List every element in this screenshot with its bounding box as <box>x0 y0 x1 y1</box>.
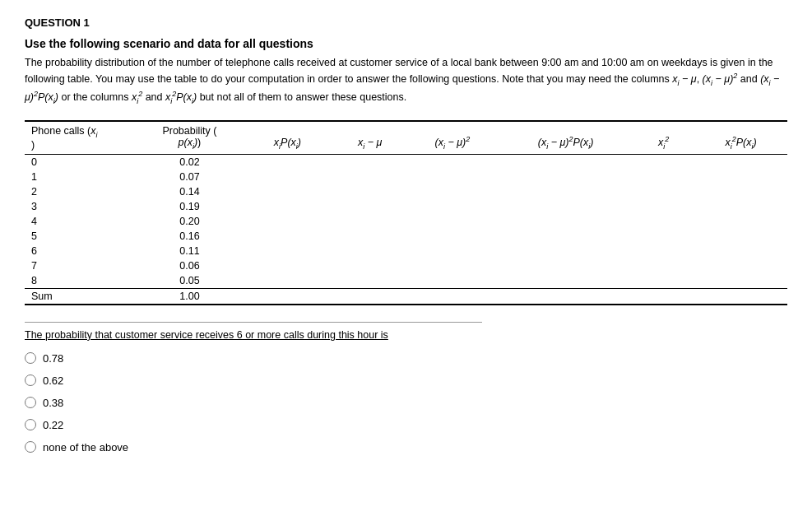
cell-xmu <box>334 229 406 244</box>
option-radio-0.78[interactable] <box>25 352 36 364</box>
sum-xpx <box>241 288 334 305</box>
option-row: 0.22 <box>25 419 787 431</box>
cell-xmu2 <box>406 273 499 289</box>
cell-x: 4 <box>25 214 138 229</box>
cell-xmu <box>334 258 406 273</box>
cell-xmu2 <box>406 154 499 170</box>
sum-xmu2 <box>406 288 499 305</box>
cell-xmu2px <box>499 229 633 244</box>
cell-x2px <box>694 184 787 199</box>
cell-xmu <box>334 273 406 289</box>
sum-value: 1.00 <box>138 288 241 305</box>
option-radio-0.62[interactable] <box>25 374 36 386</box>
formula-xi-mu-sq: (xi − μ)2 <box>703 73 738 85</box>
cell-x2 <box>633 273 694 289</box>
cell-prob: 0.20 <box>138 214 241 229</box>
option-radio-none[interactable] <box>25 441 36 453</box>
and2-text: and <box>146 91 165 103</box>
cell-xmu <box>334 199 406 214</box>
cell-x2 <box>633 244 694 258</box>
cell-x: 5 <box>25 229 138 244</box>
col-header-xi-mu-sq-px: (xi − μ)2P(xi) <box>499 121 633 154</box>
scenario-body-text: The probability distribution of the numb… <box>25 57 773 85</box>
cell-x: 2 <box>25 184 138 199</box>
option-radio-0.38[interactable] <box>25 397 36 408</box>
cell-xpx <box>241 184 334 199</box>
cell-prob: 0.16 <box>138 229 241 244</box>
cell-xmu2px <box>499 273 633 289</box>
cell-x2px <box>694 199 787 214</box>
cell-x: 1 <box>25 170 138 184</box>
option-label-0.62: 0.62 <box>43 374 63 387</box>
cell-xmu <box>334 170 406 184</box>
sum-x2px <box>694 288 787 305</box>
cell-prob: 0.05 <box>138 273 241 289</box>
cell-x2px <box>694 258 787 273</box>
cell-xpx <box>241 229 334 244</box>
cell-x2 <box>633 199 694 214</box>
option-row: 0.62 <box>25 374 787 387</box>
table-row: 1 0.07 <box>25 170 787 184</box>
cell-x2px <box>694 170 787 184</box>
cell-prob: 0.11 <box>138 244 241 258</box>
col-header-xi-sq: xi2 <box>633 121 694 154</box>
question-probability-text: The probability that customer service re… <box>25 329 787 341</box>
scenario-text: The probability distribution of the numb… <box>25 55 787 107</box>
cell-x2 <box>633 258 694 273</box>
col-header-xi-mu-sq: (xi − μ)2 <box>406 121 499 154</box>
cell-xmu <box>334 184 406 199</box>
cell-prob: 0.06 <box>138 258 241 273</box>
cell-prob: 0.14 <box>138 184 241 199</box>
option-row: none of the above <box>25 441 787 454</box>
formula-xi-sq: xi2 <box>132 91 142 103</box>
sum-xmu2px <box>499 288 633 305</box>
cell-xmu2px <box>499 214 633 229</box>
scenario-title: Use the following scenario and data for … <box>25 37 787 50</box>
cell-x2px <box>694 154 787 170</box>
cell-xmu2 <box>406 214 499 229</box>
table-row: 8 0.05 <box>25 273 787 289</box>
col-header-probability: Probability (p(xi)) <box>138 121 241 154</box>
cell-xmu2px <box>499 184 633 199</box>
cell-x2 <box>633 229 694 244</box>
cell-xpx <box>241 170 334 184</box>
cell-x2 <box>633 184 694 199</box>
cell-prob: 0.07 <box>138 170 241 184</box>
question-label: QUESTION 1 <box>25 16 787 29</box>
cell-xmu2px <box>499 170 633 184</box>
option-radio-0.22[interactable] <box>25 419 36 430</box>
cell-x2px <box>694 244 787 258</box>
cell-xmu2px <box>499 244 633 258</box>
cell-x: 6 <box>25 244 138 258</box>
cell-xpx <box>241 214 334 229</box>
cell-xpx <box>241 154 334 170</box>
option-label-0.22: 0.22 <box>43 419 63 431</box>
option-label-0.78: 0.78 <box>43 352 63 365</box>
table-row: 3 0.19 <box>25 199 787 214</box>
table-row: 0 0.02 <box>25 154 787 170</box>
cell-x2px <box>694 273 787 289</box>
table-row: 6 0.11 <box>25 244 787 258</box>
or-the-columns-text: or the columns <box>61 91 131 103</box>
sum-xmu <box>334 288 406 305</box>
cell-xpx <box>241 199 334 214</box>
cell-x: 0 <box>25 154 138 170</box>
cell-prob: 0.02 <box>138 154 241 170</box>
cell-prob: 0.19 <box>138 199 241 214</box>
cell-xmu2 <box>406 229 499 244</box>
cell-xmu2 <box>406 258 499 273</box>
cell-xmu2px <box>499 258 633 273</box>
cell-x2 <box>633 154 694 170</box>
sum-x2 <box>633 288 694 305</box>
col-header-xi-mu: xi − μ <box>334 121 406 154</box>
option-label-none: none of the above <box>43 441 128 454</box>
cell-x2 <box>633 170 694 184</box>
cell-xmu2px <box>499 199 633 214</box>
section-divider <box>25 322 482 323</box>
cell-x: 3 <box>25 199 138 214</box>
option-row: 0.38 <box>25 397 787 409</box>
table-row: 2 0.14 <box>25 184 787 199</box>
cell-xpx <box>241 258 334 273</box>
cell-x: 7 <box>25 258 138 273</box>
cell-xmu <box>334 214 406 229</box>
